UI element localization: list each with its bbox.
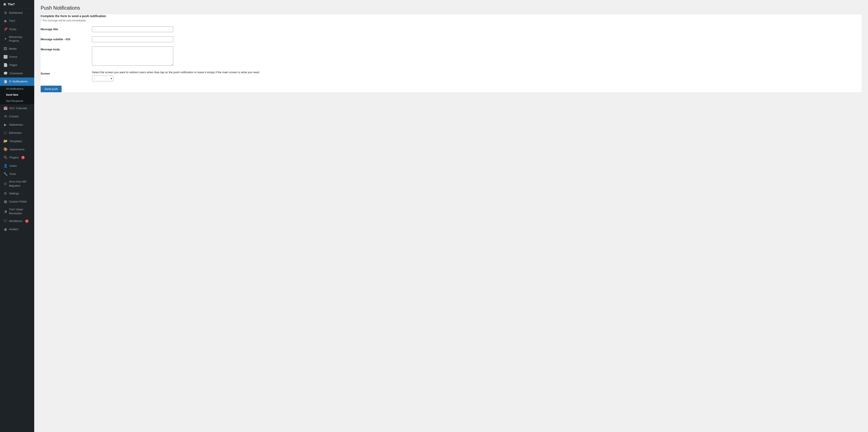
sidebar-item-appearance[interactable]: 🎨 Appearance bbox=[0, 145, 34, 153]
message-title-control bbox=[92, 26, 173, 32]
sidebar-item-comments[interactable]: 💬 Comments bbox=[0, 69, 34, 78]
screen-select[interactable]: - bbox=[92, 76, 113, 81]
elementor-icon: ⬡ bbox=[3, 131, 7, 135]
logo-text: The7 bbox=[8, 3, 15, 6]
sidebar-item-p-notifications[interactable]: 📋 P. Notifications bbox=[0, 78, 34, 86]
form-note: * The message will be sent immediately. bbox=[41, 19, 862, 22]
sidebar-item-dashboard[interactable]: ⊞ Dashboard bbox=[0, 9, 34, 17]
screen-select-wrapper: - bbox=[92, 76, 113, 81]
sidebar-item-settings[interactable]: ⚙ Settings bbox=[0, 190, 34, 198]
message-body-row: Message body bbox=[41, 47, 862, 66]
media-icon: 🖼 bbox=[3, 47, 7, 51]
migration-icon: ◎ bbox=[3, 181, 7, 186]
dashboard-icon: ⊞ bbox=[3, 10, 7, 15]
the7-icon: ◉ bbox=[3, 19, 7, 23]
message-title-input[interactable] bbox=[92, 26, 173, 32]
message-body-label: Message body bbox=[41, 47, 88, 51]
sidebar-item-posts[interactable]: 📌 Posts bbox=[0, 25, 34, 33]
sidebar-item-custom-fields[interactable]: ▦ Custom Fields bbox=[0, 198, 34, 206]
comments-icon: 💬 bbox=[3, 71, 8, 76]
avatars-icon: ◕ bbox=[3, 227, 7, 232]
sidebar-item-tools[interactable]: 🔧 Tools bbox=[0, 170, 34, 178]
users-icon: 👤 bbox=[3, 164, 8, 168]
notifications-icon: 📋 bbox=[3, 79, 8, 84]
message-subtitle-row: Message subtitle - iOS bbox=[41, 36, 862, 42]
screen-control: Select the screen you want to redirect u… bbox=[92, 70, 862, 81]
sidebar-item-wordfence[interactable]: 🛡 Wordfence 2 bbox=[0, 217, 34, 225]
notifications-submenu: All Notifications Send New See Recipient… bbox=[0, 86, 34, 104]
submenu-see-recipients[interactable]: See Recipients bbox=[0, 98, 34, 104]
wordfence-icon: 🛡 bbox=[3, 219, 7, 224]
sidebar: ⊞ The7 ⊞ Dashboard ◉ The7 📌 Posts ✦ Miss… bbox=[0, 0, 34, 432]
sidebar-logo: ⊞ The7 bbox=[0, 0, 34, 9]
forms-icon: ⬜ bbox=[3, 55, 8, 59]
sidebar-item-all-in-one-migration[interactable]: ◎ All-in-One WP Migration bbox=[0, 178, 34, 189]
submenu-send-new[interactable]: Send New bbox=[0, 92, 34, 98]
logo-icon: ⊞ bbox=[3, 3, 6, 6]
submenu-all-notifications[interactable]: All Notifications bbox=[0, 86, 34, 92]
templates-icon: 📂 bbox=[3, 139, 8, 143]
page-title: Push Notifications bbox=[41, 5, 862, 11]
sidebar-item-forms[interactable]: ⬜ Forms bbox=[0, 53, 34, 61]
screen-note: Select the screen you want to redirect u… bbox=[92, 70, 862, 74]
sidebar-item-the7[interactable]: ◉ The7 bbox=[0, 17, 34, 25]
plugins-badge: 3 bbox=[21, 156, 25, 159]
posts-icon: 📌 bbox=[3, 27, 8, 32]
sidebar-item-plugins[interactable]: 🔌 Plugins 3 bbox=[0, 153, 34, 162]
sidebar-item-slider-revolution[interactable]: ◑ The7 Slider Revolution bbox=[0, 206, 34, 217]
missionary-icon: ✦ bbox=[3, 37, 7, 41]
appearance-icon: 🎨 bbox=[3, 147, 8, 152]
pages-icon: 📄 bbox=[3, 63, 8, 67]
custom-fields-icon: ▦ bbox=[3, 199, 7, 204]
sidebar-item-media[interactable]: 🖼 Media bbox=[0, 45, 34, 53]
contact-icon: ✉ bbox=[3, 114, 7, 119]
message-subtitle-label: Message subtitle - iOS bbox=[41, 36, 88, 41]
message-subtitle-control bbox=[92, 36, 173, 42]
sidebar-item-users[interactable]: 👤 Users bbox=[0, 162, 34, 170]
main-content: Push Notifications Complete the form to … bbox=[34, 0, 868, 432]
message-body-control bbox=[92, 47, 173, 66]
message-body-textarea[interactable] bbox=[92, 47, 173, 66]
sidebar-item-me-calendar[interactable]: 📅 M.E. Calendar bbox=[0, 104, 34, 112]
message-subtitle-input[interactable] bbox=[92, 36, 173, 42]
sidebar-item-templates[interactable]: 📂 Templates bbox=[0, 137, 34, 145]
push-notification-form: Complete the form to send a push notific… bbox=[41, 15, 862, 92]
sidebar-item-contact[interactable]: ✉ Contact bbox=[0, 112, 34, 120]
tools-icon: 🔧 bbox=[3, 172, 8, 176]
screen-label: Screen bbox=[41, 70, 88, 75]
sidebar-item-elementor[interactable]: ⬡ Elementor bbox=[0, 129, 34, 137]
wordfence-badge: 2 bbox=[25, 220, 29, 223]
message-title-row: Message title bbox=[41, 26, 862, 32]
sidebar-item-slideshows[interactable]: ▶ Slideshows bbox=[0, 121, 34, 129]
sidebar-item-missionary-projects[interactable]: ✦ Missionary Projects bbox=[0, 33, 34, 45]
form-section-title: Complete the form to send a push notific… bbox=[41, 15, 862, 18]
sidebar-item-avatars[interactable]: ◕ Avatars bbox=[0, 225, 34, 233]
sidebar-item-pages[interactable]: 📄 Pages bbox=[0, 61, 34, 69]
slideshows-icon: ▶ bbox=[3, 122, 7, 127]
message-title-label: Message title bbox=[41, 26, 88, 31]
send-push-button[interactable]: Send push bbox=[41, 86, 62, 92]
screen-row: Screen Select the screen you want to red… bbox=[41, 70, 862, 81]
settings-icon: ⚙ bbox=[3, 191, 7, 196]
slider-revolution-icon: ◑ bbox=[3, 209, 7, 214]
calendar-icon: 📅 bbox=[3, 106, 8, 111]
plugins-icon: 🔌 bbox=[3, 155, 8, 160]
